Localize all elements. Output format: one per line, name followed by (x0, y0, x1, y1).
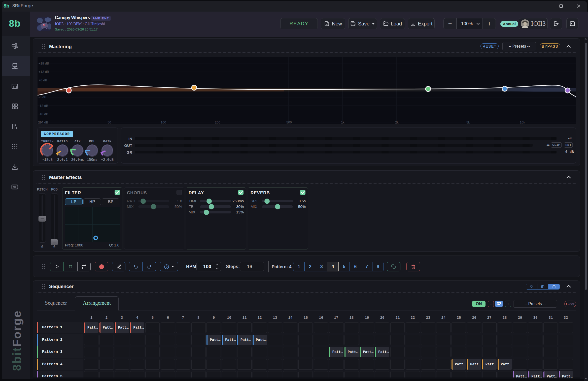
svg-text:-6 dB: -6 dB (39, 95, 46, 99)
svg-text:200: 200 (215, 120, 220, 124)
svg-text:50: 50 (108, 120, 111, 124)
svg-text:5k: 5k (466, 120, 470, 124)
svg-text:2k: 2k (395, 120, 399, 124)
svg-text:500: 500 (286, 120, 292, 124)
svg-text:1k: 1k (341, 120, 344, 124)
svg-text:100: 100 (161, 120, 166, 124)
svg-text:20: 20 (38, 120, 42, 124)
svg-text:-18 dB: -18 dB (39, 112, 48, 116)
svg-text:10k: 10k (520, 120, 525, 124)
svg-text:+18 dB: +18 dB (39, 61, 49, 65)
svg-text:+6 dB: +6 dB (39, 78, 47, 82)
svg-text:+12 dB: +12 dB (39, 70, 49, 74)
svg-text:-12 dB: -12 dB (39, 104, 48, 108)
